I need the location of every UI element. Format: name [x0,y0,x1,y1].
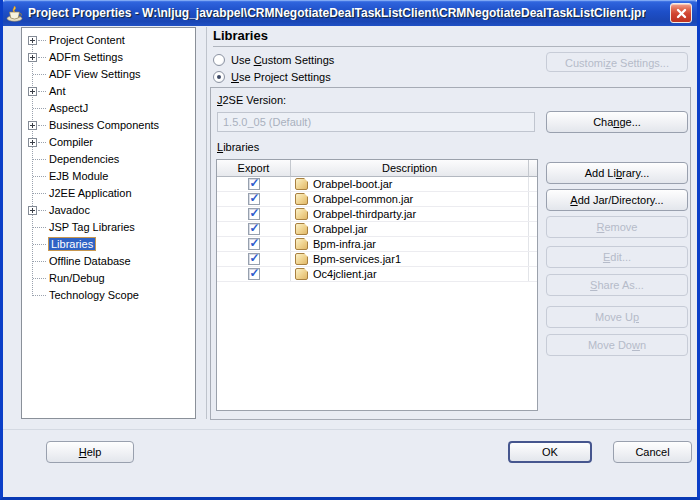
close-button[interactable] [670,3,692,23]
library-name: Bpm-services.jar1 [313,253,401,265]
expander-plus-icon[interactable] [28,36,37,45]
panel-divider [206,27,207,419]
tree-item-offline-database[interactable]: Offline Database [22,253,195,270]
help-button[interactable]: Help [46,441,134,463]
expander-plus-icon[interactable] [28,121,37,130]
table-row[interactable]: Orabpel-common.jar [217,192,537,207]
footer-divider [3,429,697,430]
jar-icon [295,193,308,205]
tree-item-project-content[interactable]: Project Content [22,32,195,49]
tree-item-adf-view-settings[interactable]: ADF View Settings [22,66,195,83]
jar-icon [295,223,308,235]
library-name: Orabpel-common.jar [313,193,413,205]
table-row[interactable]: Oc4jclient.jar [217,267,537,282]
jar-icon [295,253,308,265]
jar-icon [295,208,308,220]
export-checkbox[interactable] [248,268,260,280]
export-checkbox[interactable] [248,238,260,250]
heading-divider [213,46,690,47]
library-name: Bpm-infra.jar [313,238,376,250]
library-name: Orabpel-thirdparty.jar [313,208,416,220]
table-row[interactable]: Bpm-services.jar1 [217,252,537,267]
customize-settings-button: Customize Settings... [546,52,688,72]
remove-button: Remove [546,216,688,238]
move-up-button: Move Up [546,306,688,328]
ok-button[interactable]: OK [508,441,592,463]
export-checkbox[interactable] [248,208,260,220]
j2se-version-label: J2SE Version: [217,94,286,106]
tree-item-javadoc[interactable]: Javadoc [22,202,195,219]
radio-selected-icon [213,71,225,83]
expander-plus-icon[interactable] [28,206,37,215]
tree-item-aspectj[interactable]: AspectJ [22,100,195,117]
page-title: Libraries [213,28,268,43]
j2se-version-field: 1.5.0_05 (Default) [217,112,535,132]
tree-item-run-debug[interactable]: Run/Debug [22,270,195,287]
expander-plus-icon[interactable] [28,87,37,96]
column-header-filler [529,160,537,177]
tree-item-technology-scope[interactable]: Technology Scope [22,287,195,304]
export-checkbox[interactable] [248,178,260,190]
change-button[interactable]: Change... [546,111,688,133]
tree-item-j2ee-application[interactable]: J2EE Application [22,185,195,202]
move-down-button: Move Down [546,334,688,356]
share-as-button: Share As... [546,274,688,296]
libraries-table: Export Description Orabpel-boot.jar Orab… [216,159,538,411]
column-header-export: Export [217,160,291,177]
jdeveloper-cup-icon [6,5,23,22]
tree-item-dependencies[interactable]: Dependencies [22,151,195,168]
expander-plus-icon[interactable] [28,53,37,62]
tree-item-ejb-module[interactable]: EJB Module [22,168,195,185]
library-name: Oc4jclient.jar [313,268,377,280]
tree-item-jsp-tag-libraries[interactable]: JSP Tag Libraries [22,219,195,236]
jar-icon [295,238,308,250]
table-row[interactable]: Orabpel.jar [217,222,537,237]
edit-button: Edit... [546,246,688,268]
export-checkbox[interactable] [248,193,260,205]
jar-icon [295,268,308,280]
radio-use-project-settings[interactable]: Use Project Settings [213,70,331,84]
table-row[interactable]: Bpm-infra.jar [217,237,537,252]
title-bar[interactable]: Project Properties - W:\nljug_javabpel\C… [0,0,700,26]
add-jar-directory-button[interactable]: Add Jar/Directory... [546,189,688,211]
column-header-description: Description [291,160,529,177]
radio-use-custom-settings[interactable]: Use Custom Settings [213,53,334,67]
tree-item-compiler[interactable]: Compiler [22,134,195,151]
library-name: Orabpel-boot.jar [313,178,393,190]
expander-plus-icon[interactable] [28,138,37,147]
add-library-button[interactable]: Add Library... [546,162,688,184]
close-icon [676,8,687,19]
window-title: Project Properties - W:\nljug_javabpel\C… [28,6,646,20]
export-checkbox[interactable] [248,253,260,265]
radio-unselected-icon [213,54,225,66]
project-properties-dialog: Project Properties - W:\nljug_javabpel\C… [0,0,700,500]
libraries-table-label: Libraries [217,141,259,153]
tree-item-adfm-settings[interactable]: ADFm Settings [22,49,195,66]
cancel-button[interactable]: Cancel [613,441,692,463]
table-row[interactable]: Orabpel-boot.jar [217,177,537,192]
jar-icon [295,178,308,190]
tree-item-business-components[interactable]: Business Components [22,117,195,134]
export-checkbox[interactable] [248,223,260,235]
table-header: Export Description [217,160,537,177]
table-row[interactable]: Orabpel-thirdparty.jar [217,207,537,222]
tree-item-libraries[interactable]: Libraries [22,236,195,253]
settings-tree: Project Content ADFm Settings ADF View S… [21,27,196,419]
tree-item-ant[interactable]: Ant [22,83,195,100]
library-name: Orabpel.jar [313,223,367,235]
